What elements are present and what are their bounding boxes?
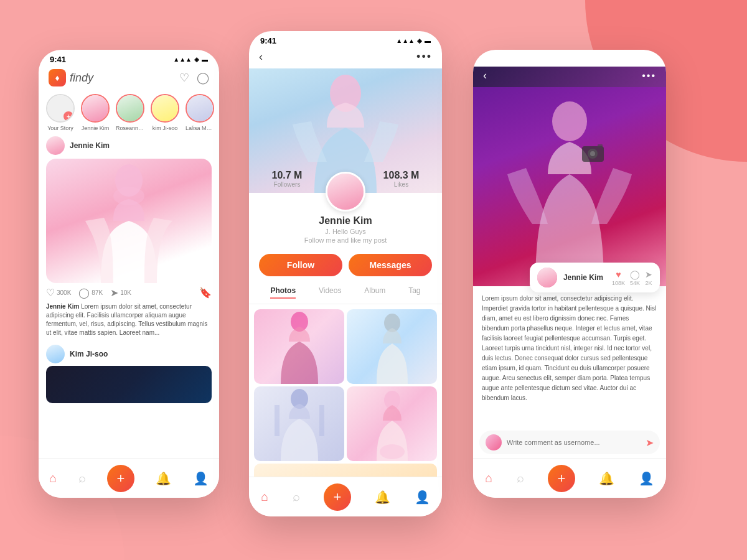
nav-add-1[interactable]: + <box>107 465 134 492</box>
nav-bell-1[interactable]: 🔔 <box>156 471 171 486</box>
p2-more-btn[interactable]: ••• <box>416 50 432 63</box>
logo-text: findy <box>70 72 93 85</box>
p3-topbar: ‹ ••• <box>473 67 666 87</box>
nav-search-1[interactable]: ⌕ <box>78 471 86 485</box>
p2-stat-likes: 108.3 M Likes <box>383 170 420 188</box>
p3-back-btn[interactable]: ‹ <box>483 69 487 82</box>
post-shares[interactable]: ➤ 10K <box>110 287 131 299</box>
post-likes[interactable]: ♡ 300K <box>46 287 71 299</box>
story-avatar-1 <box>81 94 110 123</box>
eng-avatar <box>537 268 557 287</box>
comment-icon: ◯ <box>78 287 90 299</box>
p2-username: Jennie Kim <box>249 215 442 226</box>
tab-videos[interactable]: Videos <box>319 286 341 299</box>
grid-item-3[interactable] <box>347 386 437 461</box>
story-item-4[interactable]: Lalisa Manob <box>186 94 214 131</box>
comment-box[interactable]: ➤ <box>479 431 660 454</box>
story-item-add[interactable]: + Your Story <box>46 94 75 131</box>
grid-item-1[interactable] <box>347 309 437 384</box>
nav-home-3[interactable]: ⌂ <box>485 471 492 485</box>
nav-add-2[interactable]: + <box>324 483 351 511</box>
story-item-3[interactable]: kim Ji-soo <box>151 94 179 131</box>
nav-bell-2[interactable]: 🔔 <box>375 490 390 505</box>
p1-logo: ♦ findy <box>49 69 93 86</box>
p2-bio: Follow me and like my post <box>249 236 442 244</box>
chat-icon[interactable]: ◯ <box>197 71 209 85</box>
nav-add-3[interactable]: + <box>548 465 575 492</box>
p3-post-text: Lorem ipsum dolor sit amet, consectetur … <box>482 294 657 403</box>
logo-icon: ♦ <box>49 69 66 86</box>
tab-photos[interactable]: Photos <box>270 286 296 299</box>
p2-stat-followers: 10.7 M Followers <box>272 170 303 188</box>
grid-figure-0 <box>271 309 327 384</box>
p2-photo-grid <box>249 304 442 461</box>
nav-profile-3[interactable]: 👤 <box>639 471 654 486</box>
nav-home-1[interactable]: ⌂ <box>49 471 57 485</box>
eng-comments-count: 54K <box>630 280 640 286</box>
comment-count: 87K <box>92 289 103 296</box>
wifi-icon-3: ◈ <box>641 56 646 63</box>
nav-home-2[interactable]: ⌂ <box>261 490 268 504</box>
nav-search-2[interactable]: ⌕ <box>293 490 300 504</box>
likes-value: 108.3 M <box>383 170 420 181</box>
eng-comment-icon: ◯ <box>630 269 640 279</box>
signal-icon: ▲▲▲ <box>173 56 192 63</box>
svg-point-13 <box>590 151 595 156</box>
svg-rect-14 <box>598 144 603 147</box>
share-icon: ➤ <box>110 287 118 299</box>
status-icons-1: ▲▲▲ ◈ ▬ <box>173 56 208 63</box>
battery-icon-2: ▬ <box>425 37 431 44</box>
p3-image-inner <box>473 87 666 286</box>
bookmark-icon[interactable]: 🔖 <box>199 287 212 299</box>
post-author-1: Jennie Kim <box>46 136 212 155</box>
tab-album[interactable]: Album <box>364 286 385 299</box>
story-item-2[interactable]: Roseanne Park <box>116 94 144 131</box>
nav-profile-1[interactable]: 👤 <box>193 471 209 486</box>
grid-item-2[interactable] <box>254 386 344 461</box>
post-figure-svg <box>79 159 179 283</box>
svg-point-1 <box>113 187 144 205</box>
comment-send-btn[interactable]: ➤ <box>646 437 654 449</box>
add-story-avatar: + <box>46 94 75 123</box>
grid-item-0[interactable] <box>254 309 344 384</box>
post-caption-1: Jennie Kim Lorem ipsum dolor sit amet, c… <box>46 302 212 337</box>
post2-author-name: Kim Ji-soo <box>70 350 108 358</box>
phone-profile: 9:41 ▲▲▲ ◈ ▬ ‹ ••• 10.7 M Followers <box>249 31 442 516</box>
followers-label: Followers <box>272 181 303 188</box>
p2-avatar <box>326 172 365 212</box>
svg-rect-6 <box>275 405 280 436</box>
follow-button[interactable]: Follow <box>259 254 342 276</box>
p2-back-btn[interactable]: ‹ <box>259 50 263 63</box>
grid-figure-2 <box>271 386 327 461</box>
post-author-avatar-1 <box>46 136 65 155</box>
story-item-1[interactable]: Jennie Kim <box>81 94 110 131</box>
wifi-icon-2: ◈ <box>417 37 422 44</box>
p3-more-btn[interactable]: ••• <box>642 70 656 82</box>
messages-button[interactable]: Messages <box>349 254 432 276</box>
feed-post-1: Jennie Kim ♡ 300K ◯ <box>39 136 219 342</box>
p2-tabs: Photos Videos Album Tag <box>249 284 442 304</box>
eng-share-icon: ➤ <box>645 269 652 279</box>
eng-hearts: ♥ 108K <box>612 269 625 286</box>
nav-bell-3[interactable]: 🔔 <box>599 471 614 486</box>
post-comments[interactable]: ◯ 87K <box>78 287 103 299</box>
likes-label: Likes <box>383 181 420 188</box>
svg-point-10 <box>552 101 587 141</box>
status-time-2: 9:41 <box>260 36 276 45</box>
p3-figure <box>507 87 632 286</box>
heart-icon[interactable]: ♡ <box>179 71 189 85</box>
p2-action-buttons: Follow Messages <box>249 249 442 284</box>
comment-input[interactable] <box>507 439 641 446</box>
eng-hearts-count: 108K <box>612 280 625 286</box>
p2-topbar: ‹ ••• <box>249 48 442 68</box>
wifi-icon: ◈ <box>194 56 199 63</box>
followers-value: 10.7 M <box>272 170 303 181</box>
post2-header: Kim Ji-soo <box>46 345 212 363</box>
post2-image <box>46 366 212 403</box>
nav-profile-2[interactable]: 👤 <box>415 490 430 505</box>
tab-tag[interactable]: Tag <box>408 286 420 299</box>
nav-search-3[interactable]: ⌕ <box>517 471 524 485</box>
battery-icon-3: ▬ <box>649 56 655 63</box>
share-count: 10K <box>120 289 131 296</box>
post-image-1 <box>46 159 212 283</box>
